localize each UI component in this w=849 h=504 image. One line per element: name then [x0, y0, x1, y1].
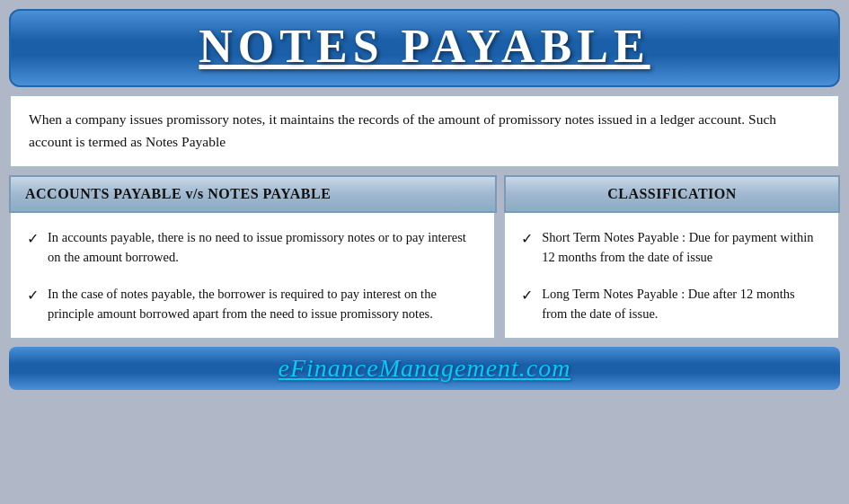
main-container: NOTES PAYABLE When a company issues prom…: [9, 9, 840, 390]
checkmark-icon-3: ✓: [521, 228, 533, 251]
footer-banner: eFinanceManagement.com: [9, 347, 840, 390]
footer-link[interactable]: eFinanceManagement.com: [279, 354, 571, 382]
checkmark-icon-2: ✓: [27, 285, 39, 307]
left-item-1-text: In accounts payable, there is no need to…: [48, 227, 478, 268]
left-item-1: ✓ In accounts payable, there is no need …: [27, 227, 478, 268]
description-box: When a company issues promissory notes, …: [9, 94, 840, 168]
left-item-2: ✓ In the case of notes payable, the borr…: [27, 284, 478, 324]
right-item-1: ✓ Short Term Notes Payable : Due for pay…: [521, 227, 822, 268]
right-item-2: ✓ Long Term Notes Payable : Due after 12…: [521, 284, 822, 324]
right-content-box: ✓ Short Term Notes Payable : Due for pay…: [503, 213, 840, 340]
headers-row: ACCOUNTS PAYABLE v/s NOTES PAYABLE CLASS…: [9, 175, 840, 213]
title-banner: NOTES PAYABLE: [9, 9, 840, 87]
left-content-box: ✓ In accounts payable, there is no need …: [9, 213, 496, 340]
page-title: NOTES PAYABLE: [199, 21, 650, 72]
left-item-2-text: In the case of notes payable, the borrow…: [48, 284, 478, 324]
right-section-header: CLASSIFICATION: [504, 175, 840, 213]
checkmark-icon-4: ✓: [521, 285, 533, 307]
right-item-1-text: Short Term Notes Payable : Due for payme…: [542, 227, 822, 268]
right-item-2-text: Long Term Notes Payable : Due after 12 m…: [542, 284, 822, 324]
description-text: When a company issues promissory notes, …: [29, 111, 776, 149]
checkmark-icon-1: ✓: [27, 228, 39, 251]
left-section-header: ACCOUNTS PAYABLE v/s NOTES PAYABLE: [9, 175, 497, 213]
content-row: ✓ In accounts payable, there is no need …: [9, 213, 840, 340]
